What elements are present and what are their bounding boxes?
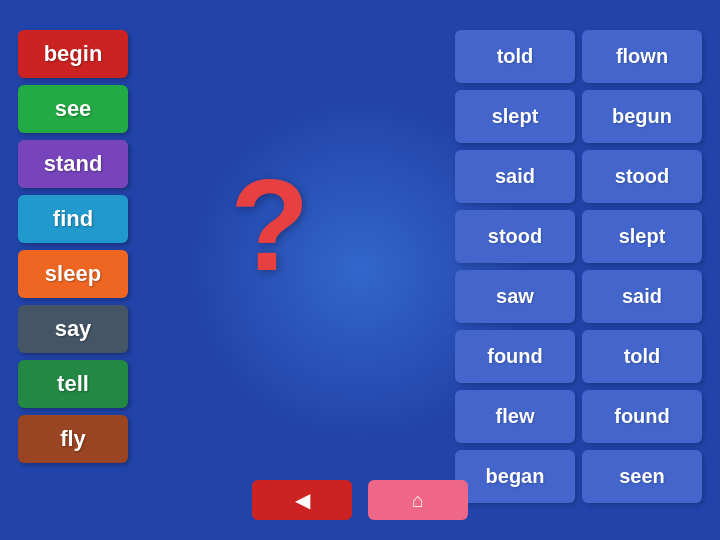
answer-grid: toldflownsleptbegunsaidstoodstoodsleptsa… <box>455 30 702 503</box>
answer-btn-12[interactable]: flew <box>455 390 575 443</box>
sidebar-btn-tell[interactable]: tell <box>18 360 128 408</box>
answer-btn-1[interactable]: flown <box>582 30 702 83</box>
answer-btn-14[interactable]: began <box>455 450 575 503</box>
answer-btn-2[interactable]: slept <box>455 90 575 143</box>
answer-btn-4[interactable]: said <box>455 150 575 203</box>
answer-btn-6[interactable]: stood <box>455 210 575 263</box>
sidebar-btn-sleep[interactable]: sleep <box>18 250 128 298</box>
sidebar: beginseestandfindsleepsaytellfly <box>18 30 128 463</box>
answer-btn-9[interactable]: said <box>582 270 702 323</box>
sidebar-btn-find[interactable]: find <box>18 195 128 243</box>
sidebar-btn-begin[interactable]: begin <box>18 30 128 78</box>
answer-btn-8[interactable]: saw <box>455 270 575 323</box>
answer-btn-5[interactable]: stood <box>582 150 702 203</box>
answer-btn-11[interactable]: told <box>582 330 702 383</box>
answer-btn-7[interactable]: slept <box>582 210 702 263</box>
answer-btn-13[interactable]: found <box>582 390 702 443</box>
question-mark: ? <box>230 160 309 290</box>
answer-btn-0[interactable]: told <box>455 30 575 83</box>
answer-btn-3[interactable]: begun <box>582 90 702 143</box>
bottom-nav: ◀ ⌂ <box>252 480 468 520</box>
sidebar-btn-say[interactable]: say <box>18 305 128 353</box>
answer-btn-10[interactable]: found <box>455 330 575 383</box>
back-button[interactable]: ◀ <box>252 480 352 520</box>
answer-btn-15[interactable]: seen <box>582 450 702 503</box>
home-button[interactable]: ⌂ <box>368 480 468 520</box>
sidebar-btn-see[interactable]: see <box>18 85 128 133</box>
sidebar-btn-stand[interactable]: stand <box>18 140 128 188</box>
sidebar-btn-fly[interactable]: fly <box>18 415 128 463</box>
